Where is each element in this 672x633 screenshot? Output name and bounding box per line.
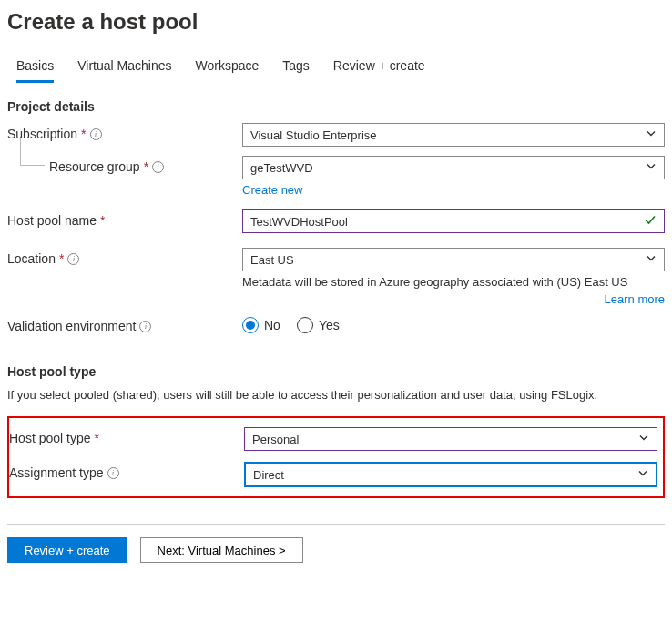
info-icon[interactable]: i xyxy=(107,467,119,479)
page-title: Create a host pool xyxy=(7,9,665,35)
assignment-type-value: Direct xyxy=(253,468,284,482)
radio-icon xyxy=(297,317,313,333)
host-pool-type-heading: Host pool type xyxy=(7,364,665,379)
resource-group-select[interactable]: geTestWVD xyxy=(242,156,665,179)
chevron-down-icon xyxy=(637,468,648,482)
info-icon[interactable]: i xyxy=(90,128,102,140)
required-marker: * xyxy=(100,213,105,228)
required-marker: * xyxy=(59,251,64,266)
info-icon[interactable]: i xyxy=(139,321,151,332)
required-marker: * xyxy=(144,159,148,174)
project-details-heading: Project details xyxy=(7,99,665,114)
subscription-value: Visual Studio Enterprise xyxy=(250,128,377,142)
tab-virtual-machines[interactable]: Virtual Machines xyxy=(77,53,171,83)
host-pool-name-input[interactable]: TestWVDHostPool xyxy=(242,209,665,233)
host-pool-type-value: Personal xyxy=(252,433,299,446)
location-label: Location xyxy=(7,251,56,266)
tabs: Basics Virtual Machines Workspace Tags R… xyxy=(7,53,665,83)
assignment-type-select[interactable]: Direct xyxy=(244,462,657,487)
tab-review-create[interactable]: Review + create xyxy=(333,53,425,83)
check-icon xyxy=(644,214,657,230)
required-marker: * xyxy=(95,431,99,445)
resource-group-value: geTestWVD xyxy=(250,161,313,175)
location-select[interactable]: East US xyxy=(242,248,665,271)
host-pool-name-value: TestWVDHostPool xyxy=(250,215,348,229)
radio-no-label: No xyxy=(264,318,280,332)
validation-env-label: Validation environment xyxy=(7,319,136,333)
footer-separator xyxy=(7,524,665,525)
subscription-select[interactable]: Visual Studio Enterprise xyxy=(242,123,665,147)
radio-icon xyxy=(242,317,259,333)
host-pool-name-label: Host pool name xyxy=(7,213,97,228)
location-value: East US xyxy=(250,253,294,267)
chevron-down-icon xyxy=(638,433,649,446)
radio-yes-label: Yes xyxy=(319,318,340,332)
chevron-down-icon xyxy=(646,128,657,142)
host-pool-type-select[interactable]: Personal xyxy=(244,427,657,451)
tab-basics[interactable]: Basics xyxy=(16,53,54,83)
tab-tags[interactable]: Tags xyxy=(282,53,310,83)
learn-more-link[interactable]: Learn more xyxy=(605,292,665,306)
validation-env-no-radio[interactable]: No xyxy=(242,317,280,333)
highlight-box: Host pool type * Personal Assignment typ… xyxy=(7,416,665,498)
chevron-down-icon xyxy=(646,253,657,267)
info-icon[interactable]: i xyxy=(67,253,79,265)
validation-env-yes-radio[interactable]: Yes xyxy=(297,317,340,333)
create-new-link[interactable]: Create new xyxy=(242,183,302,197)
tab-workspace[interactable]: Workspace xyxy=(195,53,259,83)
info-icon[interactable]: i xyxy=(152,161,164,173)
assignment-type-label: Assignment type xyxy=(9,465,104,480)
next-button[interactable]: Next: Virtual Machines > xyxy=(140,537,303,563)
location-helper: Metadata will be stored in Azure geograp… xyxy=(242,275,665,289)
required-marker: * xyxy=(81,127,86,141)
host-pool-type-desc: If you select pooled (shared), users wil… xyxy=(7,388,665,402)
review-create-button[interactable]: Review + create xyxy=(7,537,127,563)
resource-group-label: Resource group xyxy=(49,159,140,174)
chevron-down-icon xyxy=(646,161,657,175)
host-pool-type-label: Host pool type xyxy=(9,431,91,445)
